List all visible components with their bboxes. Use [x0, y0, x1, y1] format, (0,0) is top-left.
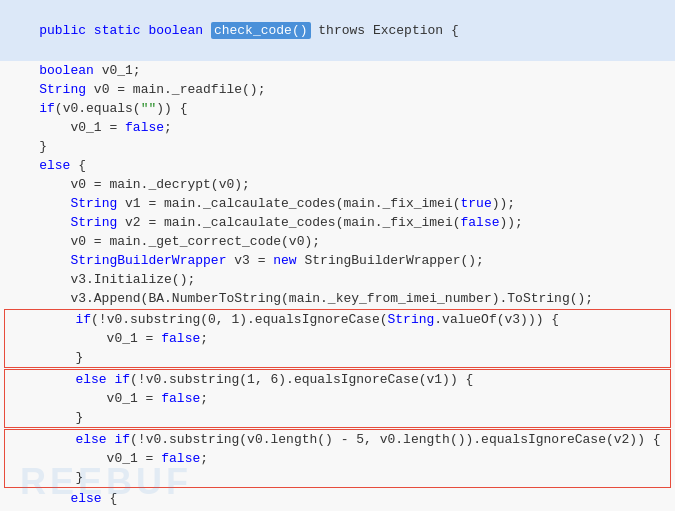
- throws-text: throws Exception {: [311, 23, 459, 38]
- code-line-11: v0 = main._get_correct_code(v0);: [0, 232, 675, 251]
- code-line-7: else {: [0, 156, 675, 175]
- code-line-15a: if(!v0.substring(0, 1).equalsIgnoreCase(…: [5, 310, 670, 329]
- code-line-13: v3.Initialize();: [0, 270, 675, 289]
- red-box-1: if(!v0.substring(0, 1).equalsIgnoreCase(…: [4, 309, 671, 368]
- code-line-16c: }: [5, 408, 670, 427]
- space1: [203, 23, 211, 38]
- code-container: public static boolean check_code() throw…: [0, 0, 675, 511]
- code-line-16a: else if(!v0.substring(1, 6).equalsIgnore…: [5, 370, 670, 389]
- red-box-2: else if(!v0.substring(1, 6).equalsIgnore…: [4, 369, 671, 428]
- code-line-10: String v2 = main._calcaulate_codes(main.…: [0, 213, 675, 232]
- method-highlight[interactable]: check_code(): [211, 22, 311, 39]
- code-line-2: boolean v0_1;: [0, 61, 675, 80]
- code-line-17a: else if(!v0.substring(v0.length() - 5, v…: [5, 430, 670, 449]
- watermark: REEBUF: [20, 461, 192, 503]
- code-line-14: v3.Append(BA.NumberToString(main._key_fr…: [0, 289, 675, 308]
- code-line-8: v0 = main._decrypt(v0);: [0, 175, 675, 194]
- code-line-16b: v0_1 = false;: [5, 389, 670, 408]
- code-line-3: String v0 = main._readfile();: [0, 80, 675, 99]
- code-line-15c: }: [5, 348, 670, 367]
- code-line-12: StringBuilderWrapper v3 = new StringBuil…: [0, 251, 675, 270]
- code-line-15b: v0_1 = false;: [5, 329, 670, 348]
- keyword-boolean: boolean: [141, 23, 203, 38]
- code-line-6: }: [0, 137, 675, 156]
- keyword-static: static: [86, 23, 141, 38]
- keyword-public: public: [39, 23, 86, 38]
- code-line-1: public static boolean check_code() throw…: [0, 0, 675, 61]
- code-line-4: if(v0.equals("")) {: [0, 99, 675, 118]
- code-line-5: v0_1 = false;: [0, 118, 675, 137]
- code-line-9: String v1 = main._calcaulate_codes(main.…: [0, 194, 675, 213]
